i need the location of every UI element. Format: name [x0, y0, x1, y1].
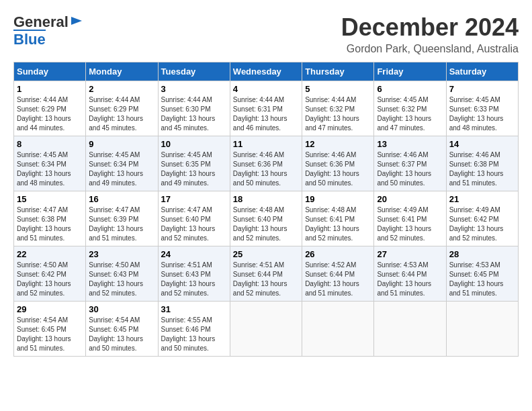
calendar-day-cell: 14Sunrise: 4:46 AMSunset: 6:38 PMDayligh… — [446, 136, 518, 191]
calendar-day-cell: 26Sunrise: 4:52 AMSunset: 6:44 PMDayligh… — [302, 246, 374, 302]
day-sun-info: Sunrise: 4:50 AMSunset: 6:43 PMDaylight:… — [89, 261, 154, 298]
day-number: 25 — [233, 249, 299, 259]
day-number: 15 — [17, 194, 83, 204]
day-sun-info: Sunrise: 4:51 AMSunset: 6:43 PMDaylight:… — [161, 261, 227, 298]
day-number: 11 — [233, 139, 299, 149]
day-sun-info: Sunrise: 4:45 AMSunset: 6:33 PMDaylight:… — [449, 95, 515, 133]
calendar-day-cell — [302, 302, 374, 357]
logo: General Blue — [13, 13, 83, 48]
day-sun-info: Sunrise: 4:53 AMSunset: 6:44 PMDaylight:… — [377, 261, 443, 298]
calendar-week-row: 22Sunrise: 4:50 AMSunset: 6:42 PMDayligh… — [14, 246, 519, 302]
calendar-day-cell: 4Sunrise: 4:44 AMSunset: 6:31 PMDaylight… — [230, 81, 302, 136]
day-sun-info: Sunrise: 4:47 AMSunset: 6:40 PMDaylight:… — [161, 205, 227, 243]
calendar-day-cell: 5Sunrise: 4:44 AMSunset: 6:32 PMDaylight… — [302, 81, 374, 136]
calendar-day-cell: 24Sunrise: 4:51 AMSunset: 6:43 PMDayligh… — [158, 246, 230, 302]
calendar-day-cell: 19Sunrise: 4:48 AMSunset: 6:41 PMDayligh… — [302, 191, 374, 246]
day-number: 21 — [449, 194, 515, 204]
day-sun-info: Sunrise: 4:45 AMSunset: 6:35 PMDaylight:… — [161, 150, 227, 188]
calendar-day-cell: 13Sunrise: 4:46 AMSunset: 6:37 PMDayligh… — [374, 136, 446, 191]
day-sun-info: Sunrise: 4:47 AMSunset: 6:38 PMDaylight:… — [17, 205, 83, 243]
calendar-day-cell: 18Sunrise: 4:48 AMSunset: 6:40 PMDayligh… — [230, 191, 302, 246]
calendar-week-row: 15Sunrise: 4:47 AMSunset: 6:38 PMDayligh… — [14, 191, 519, 246]
location-title: Gordon Park, Queensland, Australia — [341, 43, 519, 55]
day-number: 14 — [449, 139, 515, 149]
calendar-day-cell: 8Sunrise: 4:45 AMSunset: 6:34 PMDaylight… — [14, 136, 86, 191]
day-sun-info: Sunrise: 4:44 AMSunset: 6:30 PMDaylight:… — [161, 95, 227, 133]
month-title: December 2024 — [341, 13, 519, 42]
day-number: 6 — [377, 84, 443, 94]
day-sun-info: Sunrise: 4:46 AMSunset: 6:36 PMDaylight:… — [305, 150, 371, 188]
day-sun-info: Sunrise: 4:55 AMSunset: 6:46 PMDaylight:… — [161, 316, 227, 353]
weekday-header: Thursday — [302, 62, 374, 81]
logo-arrow-icon — [70, 14, 83, 28]
day-number: 3 — [161, 84, 227, 94]
day-number: 26 — [305, 249, 371, 259]
day-number: 12 — [305, 139, 371, 149]
day-number: 29 — [17, 304, 83, 314]
day-number: 9 — [89, 139, 154, 149]
day-number: 24 — [161, 249, 227, 259]
calendar-day-cell: 7Sunrise: 4:45 AMSunset: 6:33 PMDaylight… — [446, 81, 518, 136]
calendar-day-cell: 21Sunrise: 4:49 AMSunset: 6:42 PMDayligh… — [446, 191, 518, 246]
day-sun-info: Sunrise: 4:46 AMSunset: 6:36 PMDaylight:… — [233, 150, 299, 188]
day-number: 28 — [449, 249, 515, 259]
day-number: 10 — [161, 139, 227, 149]
calendar-day-cell: 3Sunrise: 4:44 AMSunset: 6:30 PMDaylight… — [158, 81, 230, 136]
calendar-day-cell: 23Sunrise: 4:50 AMSunset: 6:43 PMDayligh… — [86, 246, 158, 302]
calendar-day-cell: 12Sunrise: 4:46 AMSunset: 6:36 PMDayligh… — [302, 136, 374, 191]
calendar-day-cell: 10Sunrise: 4:45 AMSunset: 6:35 PMDayligh… — [158, 136, 230, 191]
calendar-day-cell: 11Sunrise: 4:46 AMSunset: 6:36 PMDayligh… — [230, 136, 302, 191]
calendar-day-cell — [230, 302, 302, 357]
day-sun-info: Sunrise: 4:48 AMSunset: 6:40 PMDaylight:… — [233, 205, 299, 243]
weekday-header: Saturday — [446, 62, 518, 81]
calendar-day-cell: 9Sunrise: 4:45 AMSunset: 6:34 PMDaylight… — [86, 136, 158, 191]
day-sun-info: Sunrise: 4:52 AMSunset: 6:44 PMDaylight:… — [305, 261, 371, 298]
svg-marker-0 — [71, 17, 82, 25]
calendar-day-cell: 27Sunrise: 4:53 AMSunset: 6:44 PMDayligh… — [374, 246, 446, 302]
day-sun-info: Sunrise: 4:48 AMSunset: 6:41 PMDaylight:… — [305, 205, 371, 243]
day-number: 20 — [377, 194, 443, 204]
page-header: General Blue December 2024 Gordon Park, … — [13, 13, 519, 55]
day-number: 30 — [89, 304, 154, 314]
calendar-week-row: 8Sunrise: 4:45 AMSunset: 6:34 PMDaylight… — [14, 136, 519, 191]
weekday-header: Tuesday — [158, 62, 230, 81]
day-number: 31 — [161, 304, 227, 314]
day-sun-info: Sunrise: 4:49 AMSunset: 6:42 PMDaylight:… — [449, 205, 515, 243]
weekday-header: Sunday — [14, 62, 86, 81]
day-sun-info: Sunrise: 4:46 AMSunset: 6:37 PMDaylight:… — [377, 150, 443, 188]
calendar-day-cell: 1Sunrise: 4:44 AMSunset: 6:29 PMDaylight… — [14, 81, 86, 136]
day-sun-info: Sunrise: 4:45 AMSunset: 6:32 PMDaylight:… — [377, 95, 443, 133]
day-number: 16 — [89, 194, 154, 204]
day-number: 19 — [305, 194, 371, 204]
calendar-day-cell: 29Sunrise: 4:54 AMSunset: 6:45 PMDayligh… — [14, 302, 86, 357]
weekday-header: Monday — [86, 62, 158, 81]
day-number: 13 — [377, 139, 443, 149]
day-sun-info: Sunrise: 4:45 AMSunset: 6:34 PMDaylight:… — [89, 150, 154, 188]
day-number: 27 — [377, 249, 443, 259]
calendar-day-cell: 28Sunrise: 4:53 AMSunset: 6:45 PMDayligh… — [446, 246, 518, 302]
day-number: 7 — [449, 84, 515, 94]
calendar-day-cell: 15Sunrise: 4:47 AMSunset: 6:38 PMDayligh… — [14, 191, 86, 246]
calendar-week-row: 29Sunrise: 4:54 AMSunset: 6:45 PMDayligh… — [14, 302, 519, 357]
calendar-day-cell: 16Sunrise: 4:47 AMSunset: 6:39 PMDayligh… — [86, 191, 158, 246]
calendar-day-cell: 2Sunrise: 4:44 AMSunset: 6:29 PMDaylight… — [86, 81, 158, 136]
day-sun-info: Sunrise: 4:47 AMSunset: 6:39 PMDaylight:… — [89, 205, 154, 243]
day-number: 2 — [89, 84, 154, 94]
calendar-day-cell: 6Sunrise: 4:45 AMSunset: 6:32 PMDaylight… — [374, 81, 446, 136]
day-sun-info: Sunrise: 4:44 AMSunset: 6:29 PMDaylight:… — [89, 95, 154, 133]
calendar-day-cell — [374, 302, 446, 357]
day-number: 23 — [89, 249, 154, 259]
day-sun-info: Sunrise: 4:44 AMSunset: 6:32 PMDaylight:… — [305, 95, 371, 133]
calendar-day-cell: 31Sunrise: 4:55 AMSunset: 6:46 PMDayligh… — [158, 302, 230, 357]
day-number: 4 — [233, 84, 299, 94]
calendar-week-row: 1Sunrise: 4:44 AMSunset: 6:29 PMDaylight… — [14, 81, 519, 136]
day-sun-info: Sunrise: 4:54 AMSunset: 6:45 PMDaylight:… — [17, 316, 83, 353]
day-sun-info: Sunrise: 4:53 AMSunset: 6:45 PMDaylight:… — [449, 261, 515, 298]
calendar-day-cell: 17Sunrise: 4:47 AMSunset: 6:40 PMDayligh… — [158, 191, 230, 246]
day-sun-info: Sunrise: 4:50 AMSunset: 6:42 PMDaylight:… — [17, 261, 83, 298]
weekday-header: Wednesday — [230, 62, 302, 81]
day-number: 1 — [17, 84, 83, 94]
weekday-header: Friday — [374, 62, 446, 81]
weekday-header-row: SundayMondayTuesdayWednesdayThursdayFrid… — [14, 62, 519, 81]
calendar-day-cell: 30Sunrise: 4:54 AMSunset: 6:45 PMDayligh… — [86, 302, 158, 357]
